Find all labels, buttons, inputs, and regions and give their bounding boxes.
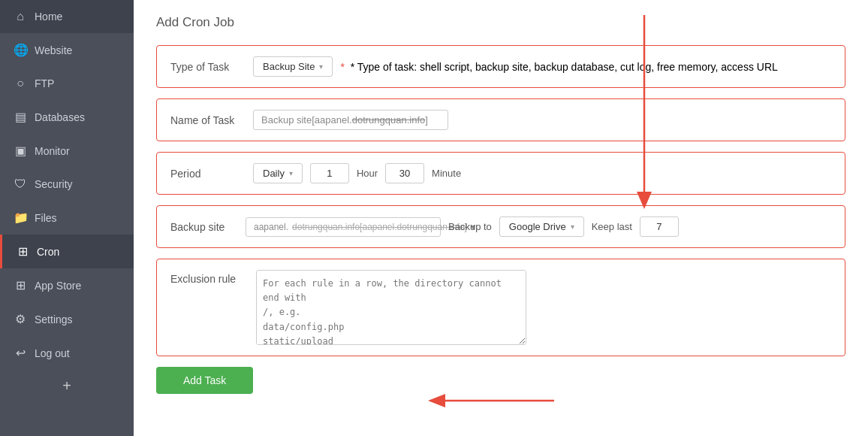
period-dropdown[interactable]: Daily ▾ <box>253 163 303 183</box>
chevron-down-icon: ▾ <box>571 223 574 231</box>
backup-site-dropdown[interactable]: aapanel.dotrungquan.info[aapanel.dotrung… <box>246 217 441 237</box>
logout-icon: ↩ <box>14 346 27 360</box>
svg-marker-3 <box>428 394 445 407</box>
backup-site-label: Backup site <box>170 221 238 233</box>
name-suffix: ] <box>425 114 428 126</box>
period-minute-input[interactable] <box>385 163 424 183</box>
chevron-down-icon: ▾ <box>289 169 293 177</box>
sidebar-item-label: Files <box>35 212 57 224</box>
settings-icon: ⚙ <box>14 312 27 326</box>
backup-to-dropdown[interactable]: Google Drive ▾ <box>499 216 584 237</box>
period-label: Period <box>170 168 246 180</box>
exclusion-rule-textarea[interactable] <box>256 270 526 345</box>
sidebar-item-label: Monitor <box>35 145 70 157</box>
sidebar-item-label: App Store <box>35 280 81 292</box>
sidebar-item-label: Settings <box>35 313 73 325</box>
files-icon: 📁 <box>14 210 27 225</box>
page-title: Add Cron Job <box>156 15 845 30</box>
shield-icon: 🛡 <box>14 177 27 191</box>
sidebar-item-label: Website <box>35 44 72 56</box>
sidebar-item-label: Home <box>35 11 62 23</box>
period-section: Period Daily ▾ Hour Minute <box>156 152 845 195</box>
sidebar-item-files[interactable]: 📁 Files <box>0 201 134 235</box>
ftp-icon: ○ <box>14 77 27 90</box>
sidebar-item-label: FTP <box>35 77 54 89</box>
keep-last-input[interactable] <box>640 216 679 237</box>
sidebar-item-settings[interactable]: ⚙ Settings <box>0 302 134 336</box>
type-of-task-dropdown[interactable]: Backup Site ▾ <box>253 56 333 77</box>
home-icon: ⌂ <box>14 10 27 23</box>
app-store-icon: ⊞ <box>14 278 27 292</box>
name-of-task-section: Name of Task Backup site[aapanel.dotrung… <box>156 98 845 141</box>
period-minute-label: Minute <box>432 168 461 179</box>
sidebar-item-ftp[interactable]: ○ FTP <box>0 67 134 100</box>
main-content: Add Cron Job Type of Task Backup Site ▾ … <box>134 0 868 436</box>
add-task-row: Add Task <box>156 367 845 394</box>
add-icon: + <box>62 377 71 395</box>
type-of-task-hint-text: * Type of task: shell script, backup sit… <box>351 61 778 73</box>
sidebar-item-databases[interactable]: ▤ Databases <box>0 100 134 134</box>
sidebar-item-logout[interactable]: ↩ Log out <box>0 336 134 370</box>
content-wrapper: Add Cron Job Type of Task Backup Site ▾ … <box>156 15 845 394</box>
name-of-task-label: Name of Task <box>170 114 246 126</box>
sidebar-item-label: Security <box>35 178 73 190</box>
period-hour-label: Hour <box>357 168 378 179</box>
type-of-task-hint: * * Type of task: shell script, backup s… <box>340 61 777 73</box>
sidebar-item-label: Databases <box>35 111 85 123</box>
cron-icon: ⊞ <box>16 244 29 259</box>
type-of-task-value: Backup Site <box>263 61 315 72</box>
sidebar-item-security[interactable]: 🛡 Security <box>0 168 134 201</box>
sidebar: ⌂ Home 🌐 Website ○ FTP ▤ Databases ▣ Mon… <box>0 0 134 436</box>
backup-to-label: Backup to <box>448 221 492 232</box>
sidebar-item-monitor[interactable]: ▣ Monitor <box>0 134 134 168</box>
backup-site-prefix: aapanel. <box>254 222 288 232</box>
period-value: Daily <box>263 168 285 179</box>
keep-last-label: Keep last <box>592 221 632 232</box>
period-hour-input[interactable] <box>310 163 349 183</box>
sidebar-add-button[interactable]: + <box>0 370 134 402</box>
sidebar-item-website[interactable]: 🌐 Website <box>0 33 134 67</box>
exclusion-rule-label: Exclusion rule <box>170 270 246 285</box>
sidebar-item-home[interactable]: ⌂ Home <box>0 0 134 33</box>
type-of-task-section: Type of Task Backup Site ▾ * * Type of t… <box>156 45 845 88</box>
backup-to-value: Google Drive <box>509 221 566 232</box>
name-of-task-display[interactable]: Backup site[aapanel.dotrungquan.info] <box>253 110 448 130</box>
name-strikethrough: dotrungquan.info <box>352 114 426 126</box>
sidebar-item-label: Log out <box>35 347 70 359</box>
databases-icon: ▤ <box>14 110 27 124</box>
type-of-task-label: Type of Task <box>170 61 246 73</box>
backup-row: Backup site aapanel.dotrungquan.info[aap… <box>170 216 831 237</box>
sidebar-item-label: Cron <box>37 246 59 258</box>
add-task-button[interactable]: Add Task <box>156 367 253 394</box>
chevron-down-icon: ▾ <box>319 62 323 71</box>
exclusion-rule-section: Exclusion rule <box>156 259 845 356</box>
monitor-icon: ▣ <box>14 144 27 158</box>
backup-site-section: Backup site aapanel.dotrungquan.info[aap… <box>156 205 845 248</box>
sidebar-item-app-store[interactable]: ⊞ App Store <box>0 268 134 302</box>
sidebar-item-cron[interactable]: ⊞ Cron <box>0 235 134 268</box>
backup-site-strikethrough: dotrungquan.info[aapanel.dotrungquan.inf… <box>292 222 467 232</box>
name-prefix: Backup site[aapanel. <box>261 114 352 126</box>
website-icon: 🌐 <box>14 43 27 57</box>
